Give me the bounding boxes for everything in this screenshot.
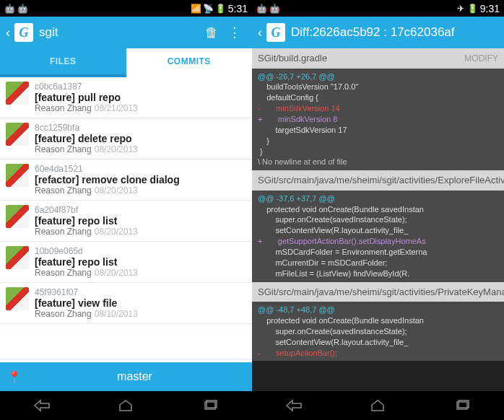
battery-icon: 🔋	[216, 4, 226, 14]
nav-bar	[252, 391, 504, 420]
android-icon: 🤖	[4, 4, 14, 14]
commit-meta: Reason Zhang08/10/2013	[35, 309, 246, 319]
action-bar: ‹ G Diff:2626ac5b92 : 17c62036af	[252, 17, 504, 48]
android-icon: 🤖	[17, 4, 27, 14]
back-icon[interactable]: ‹	[258, 25, 266, 40]
avatar	[6, 164, 29, 187]
commit-row[interactable]: 10b09e065d[feature] repo listReason Zhan…	[0, 242, 252, 283]
diff-line: super.onCreate(savedInstanceState);	[252, 326, 504, 337]
diff-line: setContentView(R.layout.activity_file_	[252, 337, 504, 348]
commit-list[interactable]: c0bc6a1387[feature] pull repoReason Zhan…	[0, 77, 252, 362]
app-title: sgit	[39, 25, 200, 40]
diff-title: Diff:2626ac5b92 : 17c62036af	[291, 25, 498, 40]
trash-icon[interactable]: 🗑	[200, 25, 223, 40]
commit-author: Reason Zhang	[35, 103, 92, 113]
avatar	[6, 82, 29, 105]
diff-list[interactable]: SGit/build.gradleMODIFY@@ -26,7 +26,7 @@…	[252, 48, 504, 391]
diff-line: buildToolsVersion "17.0.0"	[252, 82, 504, 92]
diff-code: @@ -37,6 +37,7 @@ protected void onCreat…	[252, 191, 504, 282]
diff-line: - minSdkVersion 14	[252, 103, 504, 114]
diff-line: - setupActionBar();	[252, 348, 504, 359]
diff-line: super.onCreate(savedInstanceState);	[252, 214, 504, 225]
android-icon: 🤖	[256, 4, 266, 14]
status-bar: 🤖 🤖 ✈ 🔋 9:31	[252, 0, 504, 17]
commit-hash: 45f9361f07	[35, 287, 246, 297]
overflow-icon[interactable]: ⋮	[223, 25, 246, 40]
diff-line: protected void onCreate(Bundle savedInst…	[252, 204, 504, 215]
commit-author: Reason Zhang	[35, 309, 92, 319]
commit-date: 08/20/2013	[95, 268, 138, 278]
commit-author: Reason Zhang	[35, 268, 92, 278]
diff-code: @@ -26,7 +26,7 @@ buildToolsVersion "17.…	[252, 69, 504, 171]
commit-row[interactable]: c0bc6a1387[feature] pull repoReason Zhan…	[0, 77, 252, 118]
commit-date: 08/10/2013	[95, 309, 138, 319]
back-icon[interactable]: ‹	[6, 25, 14, 40]
signal-icon: 📡	[204, 4, 214, 14]
wifi-icon: 📶	[191, 4, 201, 14]
commit-hash: 6a204f87bf	[35, 205, 246, 215]
diff-line: mFileList = (ListView) findViewById(R.	[252, 268, 504, 279]
diff-line: setContentView(R.layout.activity_file_	[252, 225, 504, 236]
modify-badge: MODIFY	[464, 53, 498, 64]
file-path: SGit/src/main/java/me/sheimi/sgit/activi…	[258, 175, 504, 186]
status-bar: 🤖 🤖 📶 📡 🔋 5:31	[0, 0, 252, 17]
battery-icon: 🔋	[468, 4, 478, 14]
diff-line: \ No newline at end of file	[252, 157, 504, 167]
commit-meta: Reason Zhang08/21/2013	[35, 103, 246, 113]
commit-meta: Reason Zhang08/20/2013	[35, 268, 246, 278]
commit-meta: Reason Zhang08/20/2013	[35, 227, 246, 237]
android-icon: 🤖	[269, 4, 279, 14]
commit-row[interactable]: 45f9361f07[feature] view fileReason Zhan…	[0, 283, 252, 324]
commit-date: 08/20/2013	[95, 227, 138, 237]
diff-line: + minSdkVersion 8	[252, 114, 504, 125]
branch-bar[interactable]: 📍 master	[0, 362, 252, 391]
file-header[interactable]: SGit/src/main/java/me/sheimi/sgit/activi…	[252, 170, 504, 191]
diff-line: }	[252, 136, 504, 146]
app-logo-icon[interactable]: G	[14, 23, 33, 42]
file-path: SGit/src/main/java/me/sheimi/sgit/activi…	[258, 286, 504, 298]
commit-message: [feature] pull repo	[35, 92, 246, 103]
nav-back-icon[interactable]	[284, 398, 304, 414]
nav-back-icon[interactable]	[32, 398, 52, 414]
nav-home-icon[interactable]	[368, 398, 388, 414]
commit-meta: Reason Zhang08/20/2013	[35, 144, 246, 154]
pin-icon: 📍	[7, 370, 25, 384]
tab-commits[interactable]: COMMITS	[126, 48, 253, 77]
diff-line: defaultConfig {	[252, 92, 504, 103]
file-header[interactable]: SGit/build.gradleMODIFY	[252, 48, 504, 69]
diff-line: + getSupportActionBar().setDisplayHomeAs	[252, 236, 504, 247]
phone-left: 🤖 🤖 📶 📡 🔋 5:31 ‹ G sgit 🗑 ⋮ FILES COMMIT…	[0, 0, 252, 420]
commit-message: [feature] repo list	[35, 215, 246, 227]
commit-hash: c0bc6a1387	[35, 82, 246, 92]
avatar	[6, 287, 29, 310]
nav-bar	[0, 391, 252, 420]
nav-recent-icon[interactable]	[200, 398, 220, 414]
avatar	[6, 123, 29, 146]
action-bar: ‹ G sgit 🗑 ⋮	[0, 17, 252, 48]
diff-line: }	[252, 146, 504, 157]
nav-home-icon[interactable]	[116, 398, 136, 414]
commit-date: 08/21/2013	[95, 103, 138, 113]
commit-message: [feature] delete repo	[35, 133, 246, 144]
commit-meta: Reason Zhang08/20/2013	[35, 185, 246, 196]
file-path: SGit/build.gradle	[258, 53, 464, 64]
clock: 5:31	[228, 3, 248, 14]
commit-row[interactable]: 60e4da1521[refactor] remove clone dialog…	[0, 159, 252, 201]
commit-date: 08/20/2013	[95, 144, 138, 154]
commit-row[interactable]: 8cc1259bfa[feature] delete repoReason Zh…	[0, 118, 252, 159]
file-header[interactable]: SGit/src/main/java/me/sheimi/sgit/activi…	[252, 282, 504, 302]
commit-author: Reason Zhang	[35, 144, 92, 154]
app-logo-icon[interactable]: G	[266, 23, 285, 42]
commit-row[interactable]: 6a204f87bf[feature] repo listReason Zhan…	[0, 201, 252, 242]
commit-hash: 10b09e065d	[35, 246, 246, 256]
nav-recent-icon[interactable]	[452, 398, 472, 414]
phone-right: 🤖 🤖 ✈ 🔋 9:31 ‹ G Diff:2626ac5b92 : 17c62…	[252, 0, 504, 420]
diff-hunk: @@ -37,6 +37,7 @@	[252, 193, 504, 204]
commit-message: [refactor] remove clone dialog	[35, 174, 246, 185]
tab-files[interactable]: FILES	[0, 48, 126, 77]
commit-message: [feature] view file	[35, 297, 246, 309]
avatar	[6, 205, 29, 228]
clock: 9:31	[480, 3, 500, 14]
avatar	[6, 246, 29, 269]
commit-date: 08/20/2013	[95, 185, 138, 196]
